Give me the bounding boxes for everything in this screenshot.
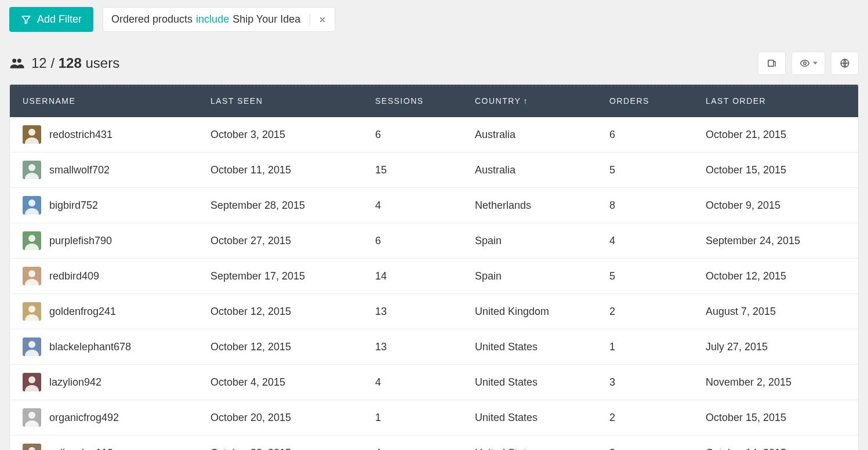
table-row[interactable]: bigbird752September 28, 20154Netherlands… [10,188,858,223]
table-row[interactable]: goldenfrog241October 12, 201513United Ki… [10,294,858,329]
last-seen-cell: September 17, 2015 [198,259,362,294]
filter-toolbar: Add Filter Ordered products include Ship… [9,7,859,32]
username-cell: goldenfrog241 [49,306,116,318]
avatar [23,125,41,144]
last-seen-cell: October 20, 2015 [198,400,362,436]
last-order-cell: October 14, 2015 [693,436,858,451]
sessions-cell: 14 [362,259,462,294]
filter-chip-remove[interactable] [318,16,326,24]
sessions-cell: 4 [362,365,462,400]
last-order-cell: July 27, 2015 [693,329,858,365]
svg-point-7 [28,164,35,171]
avatar [23,338,41,356]
table-row[interactable]: lazylion942October 4, 20154United States… [10,365,858,400]
column-header[interactable]: Country↑ [462,85,597,117]
last-order-cell: October 12, 2015 [693,259,858,294]
last-seen-cell: September 28, 2015 [198,188,362,223]
svg-point-2 [804,62,807,65]
column-header[interactable]: Username [10,85,198,117]
column-header-label: Orders [609,96,649,106]
username-cell: organicfrog492 [49,412,119,424]
column-header-label: Username [23,96,75,106]
last-seen-cell: October 4, 2015 [198,365,362,400]
country-cell: Australia [462,153,597,188]
table-row[interactable]: smallwolf702October 11, 201515Australia5… [10,153,858,188]
count-separator: / [50,55,55,71]
export-button[interactable] [758,52,786,75]
sessions-cell: 4 [362,188,462,223]
country-cell: Netherlands [462,188,597,223]
country-cell: United States [462,365,597,400]
username-cell: redbird409 [49,270,99,282]
last-seen-cell: October 27, 2015 [198,223,362,259]
filter-chip-separator [310,14,310,25]
column-header[interactable]: Last Order [693,85,858,117]
table-row[interactable]: organicfrog492October 20, 20151United St… [10,400,858,436]
last-seen-cell: October 12, 2015 [198,294,362,329]
column-header[interactable]: Sessions [362,85,462,117]
table-row[interactable]: purplefish790October 27, 20156Spain4Sept… [10,223,858,259]
user-count-summary: 12 / 128 users [9,55,119,71]
filter-chip[interactable]: Ordered products include Ship Your Idea [103,7,335,32]
view-options-button[interactable] [791,52,825,75]
svg-point-0 [12,59,16,63]
orders-cell: 2 [597,400,693,436]
country-cell: Spain [462,259,597,294]
last-seen-cell: October 11, 2015 [198,153,362,188]
country-cell: Spain [462,223,597,259]
filter-chip-value: Ship Your Idea [233,13,300,26]
eye-icon [799,58,811,68]
last-order-cell: October 15, 2015 [693,153,858,188]
sessions-cell: 4 [362,436,462,451]
svg-point-21 [28,412,35,419]
orders-cell: 3 [597,365,693,400]
close-icon [318,16,326,24]
table-row[interactable]: redbird409September 17, 201514Spain5Octo… [10,259,858,294]
orders-cell: 6 [597,117,693,153]
sessions-cell: 15 [362,153,462,188]
last-order-cell: September 24, 2015 [693,223,858,259]
username-cell: bigbird752 [49,199,98,212]
avatar [23,161,41,179]
avatar [23,444,41,450]
username-cell: redostrich431 [49,129,112,141]
svg-point-15 [28,306,35,313]
sessions-cell: 13 [362,294,462,329]
last-order-cell: November 2, 2015 [693,365,858,400]
sort-indicator-icon: ↑ [523,96,528,106]
orders-cell: 5 [597,259,693,294]
country-cell: United States [462,436,597,451]
username-cell: blackelephant678 [49,341,131,353]
orders-cell: 3 [597,436,693,451]
sessions-cell: 6 [362,117,462,153]
column-header[interactable]: Orders [597,85,693,117]
last-seen-cell: October 12, 2015 [198,329,362,365]
globe-icon [840,58,850,68]
avatar [23,196,41,215]
last-order-cell: October 9, 2015 [693,188,858,223]
avatar [23,231,41,250]
last-seen-cell: October 3, 2015 [198,117,362,153]
last-order-cell: October 15, 2015 [693,400,858,436]
country-cell: Australia [462,117,597,153]
orders-cell: 1 [597,329,693,365]
column-header[interactable]: Last Seen [198,85,362,117]
sessions-cell: 13 [362,329,462,365]
svg-point-9 [28,199,35,206]
count-total: 128 [59,55,82,71]
table-row[interactable]: redostrich431October 3, 20156Australia6O… [10,117,858,153]
globe-button[interactable] [831,52,859,75]
avatar [23,373,41,391]
country-cell: United States [462,400,597,436]
users-icon [9,56,24,71]
add-filter-label: Add Filter [37,13,82,26]
table-row[interactable]: blackelephant678October 12, 201513United… [10,329,858,365]
orders-cell: 4 [597,223,693,259]
username-cell: smallwolf702 [49,164,110,176]
users-label: users [85,55,119,71]
export-icon [767,58,777,68]
orders-cell: 2 [597,294,693,329]
filter-icon [21,14,31,25]
add-filter-button[interactable]: Add Filter [9,7,93,32]
table-row[interactable]: yellowdog113October 22, 20154United Stat… [10,436,858,451]
